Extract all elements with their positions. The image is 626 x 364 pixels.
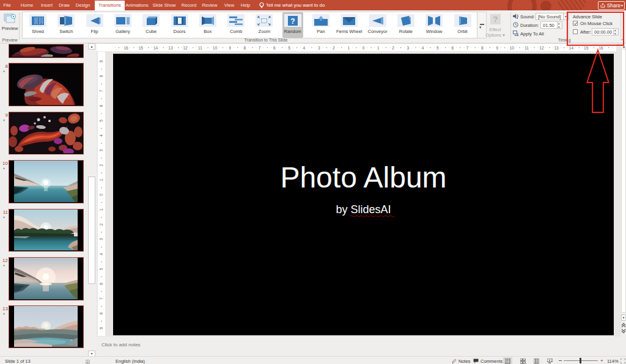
svg-text:4: 4 bbox=[422, 46, 424, 50]
svg-text:3: 3 bbox=[99, 149, 103, 151]
svg-text:5: 5 bbox=[99, 119, 103, 122]
svg-text:8: 8 bbox=[481, 46, 484, 50]
svg-text:11: 11 bbox=[525, 46, 529, 50]
svg-text:2: 2 bbox=[99, 164, 103, 166]
svg-text:4: 4 bbox=[99, 253, 103, 255]
svg-text:9: 9 bbox=[99, 60, 103, 62]
svg-text:1: 1 bbox=[99, 179, 103, 181]
svg-text:6: 6 bbox=[99, 283, 103, 285]
svg-text:7: 7 bbox=[259, 46, 261, 50]
svg-text:7: 7 bbox=[466, 46, 469, 50]
svg-text:8: 8 bbox=[99, 75, 103, 78]
svg-text:10: 10 bbox=[510, 46, 515, 50]
svg-text:9: 9 bbox=[229, 46, 231, 50]
svg-text:14: 14 bbox=[153, 46, 158, 50]
svg-text:5: 5 bbox=[288, 46, 290, 50]
svg-text:1: 1 bbox=[99, 208, 103, 211]
svg-text:3: 3 bbox=[99, 238, 103, 241]
svg-text:9: 9 bbox=[496, 46, 498, 50]
svg-text:16: 16 bbox=[123, 46, 128, 50]
svg-text:4: 4 bbox=[303, 46, 306, 50]
svg-text:5: 5 bbox=[99, 268, 103, 270]
svg-text:0: 0 bbox=[363, 46, 365, 50]
svg-text:5: 5 bbox=[436, 46, 439, 50]
svg-text:6: 6 bbox=[451, 46, 454, 50]
svg-text:0: 0 bbox=[99, 194, 103, 196]
svg-text:12: 12 bbox=[183, 46, 188, 50]
svg-text:4: 4 bbox=[99, 134, 103, 137]
svg-text:8: 8 bbox=[243, 46, 246, 50]
svg-text:2: 2 bbox=[99, 223, 103, 225]
svg-text:14: 14 bbox=[569, 46, 574, 50]
svg-text:11: 11 bbox=[198, 46, 202, 50]
svg-text:13: 13 bbox=[554, 46, 559, 50]
svg-text:13: 13 bbox=[168, 46, 173, 50]
svg-text:10: 10 bbox=[213, 46, 218, 50]
svg-text:9: 9 bbox=[99, 327, 103, 329]
svg-text:2: 2 bbox=[392, 46, 394, 50]
svg-text:6: 6 bbox=[273, 46, 276, 50]
svg-text:12: 12 bbox=[539, 46, 544, 50]
svg-text:1: 1 bbox=[347, 46, 350, 50]
svg-text:7: 7 bbox=[99, 297, 103, 300]
svg-text:1: 1 bbox=[377, 46, 380, 50]
svg-text:3: 3 bbox=[318, 46, 320, 50]
svg-text:8: 8 bbox=[99, 312, 103, 315]
svg-text:?: ? bbox=[290, 16, 295, 25]
svg-text:7: 7 bbox=[99, 90, 103, 92]
svg-text:6: 6 bbox=[99, 104, 103, 107]
svg-text:2: 2 bbox=[333, 46, 335, 50]
svg-text:15: 15 bbox=[139, 46, 144, 50]
svg-text:3: 3 bbox=[407, 46, 409, 50]
